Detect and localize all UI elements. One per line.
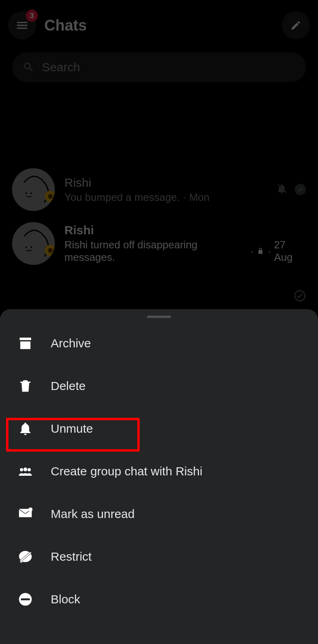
envelope-dot-icon (16, 505, 35, 523)
search-icon (23, 61, 35, 73)
search-input[interactable] (42, 60, 295, 74)
sheet-block[interactable]: Block (0, 578, 318, 621)
chat-name: Rishi (64, 223, 306, 237)
sheet-label: Unmute (51, 422, 93, 436)
chat-time: Mon (189, 191, 210, 204)
sheet-label: Delete (51, 379, 86, 393)
svg-point-1 (25, 192, 27, 194)
chat-preview-text: Rishi turned off disappearing messages. (64, 239, 247, 264)
svg-rect-15 (21, 599, 30, 601)
chat-texts: Rishi Rishi turned off disappearing mess… (64, 223, 306, 264)
menu-button[interactable]: 3 (8, 11, 36, 39)
chat-item[interactable]: Rishi Rishi turned off disappearing mess… (0, 217, 318, 270)
notification-badge: 3 (26, 10, 38, 22)
sheet-handle[interactable] (147, 316, 171, 318)
chat-preview: Rishi turned off disappearing messages. … (64, 239, 306, 264)
action-sheet: Archive Delete Unmute Create group chat … (0, 309, 318, 644)
sheet-delete[interactable]: Delete (0, 365, 318, 407)
sheet-unmute[interactable]: Unmute (0, 407, 318, 450)
chat-time: 27 Aug (274, 239, 306, 264)
chat-list: Rishi You bumped a message. · Mon (0, 163, 318, 270)
chat-preview-text: You bumped a message. (64, 191, 180, 204)
svg-point-11 (29, 508, 33, 512)
svg-point-9 (48, 248, 53, 253)
sheet-label: Mark as unread (51, 507, 134, 521)
muted-icon (276, 183, 287, 196)
avatar (12, 222, 55, 265)
trash-icon (16, 377, 35, 395)
svg-point-2 (31, 192, 32, 194)
sheet-label: Archive (51, 336, 91, 350)
pencil-icon (290, 20, 301, 31)
block-icon (16, 590, 35, 609)
chat-texts: Rishi You bumped a message. · Mon (64, 176, 266, 204)
chat-separator: · (183, 191, 186, 204)
sheet-mark-unread[interactable]: Mark as unread (0, 493, 318, 535)
group-icon (16, 462, 35, 481)
sheet-restrict[interactable]: Restrict (0, 535, 318, 578)
header: 3 Chats (0, 0, 318, 47)
svg-point-6 (25, 246, 27, 248)
sheet-label: Create group chat with Rishi (51, 464, 202, 478)
bell-icon (16, 419, 35, 438)
chat-separator: · (268, 245, 271, 258)
sheet-create-group[interactable]: Create group chat with Rishi (0, 450, 318, 493)
delivered-outline-icon (294, 290, 306, 303)
chat-status (276, 183, 306, 196)
hamburger-icon (15, 19, 29, 32)
compose-button[interactable] (282, 11, 310, 39)
chat-slash-icon (16, 547, 35, 566)
chat-name: Rishi (64, 176, 266, 190)
avatar (12, 168, 55, 211)
chat-item[interactable]: Rishi You bumped a message. · Mon (0, 163, 318, 217)
svg-point-7 (31, 246, 32, 248)
page-title: Chats (44, 17, 87, 34)
sheet-label: Restrict (51, 550, 92, 564)
search-bar[interactable] (12, 52, 306, 82)
archive-icon (16, 334, 35, 353)
chat-separator: · (250, 245, 253, 258)
chat-preview: You bumped a message. · Mon (64, 191, 266, 204)
delivered-icon (295, 184, 306, 195)
lock-icon (256, 246, 264, 256)
sheet-label: Block (51, 592, 80, 606)
sheet-archive[interactable]: Archive (0, 322, 318, 365)
svg-point-4 (48, 194, 53, 199)
